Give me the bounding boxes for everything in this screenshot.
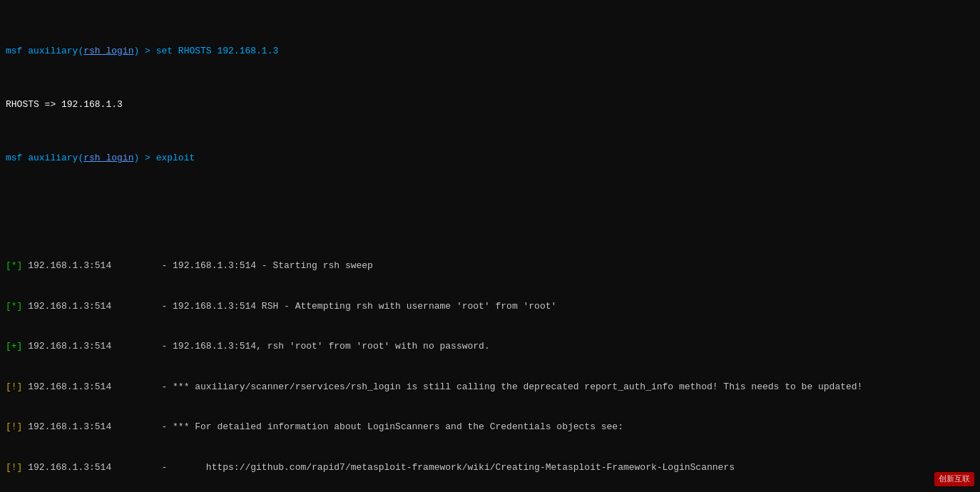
terminal-line: [!] 192.168.1.3:514 - *** auxiliary/scan… bbox=[6, 381, 974, 394]
watermark: 创新互联 bbox=[934, 472, 974, 486]
terminal-line: msf auxiliary(rsh_login) > exploit bbox=[6, 152, 974, 165]
terminal-line: msf auxiliary(rsh_login) > set RHOSTS 19… bbox=[6, 45, 974, 58]
terminal-line: RHOSTS => 192.168.1.3 bbox=[6, 98, 974, 112]
terminal-line bbox=[6, 206, 974, 220]
terminal-line: [!] 192.168.1.3:514 - https://github.com… bbox=[6, 461, 974, 475]
terminal-line: [*] 192.168.1.3:514 - 192.168.1.3:514 RS… bbox=[6, 300, 974, 314]
watermark-text: 创新互联 bbox=[939, 474, 970, 483]
terminal-line: [*] 192.168.1.3:514 - 192.168.1.3:514 - … bbox=[6, 260, 974, 273]
terminal-line: [+] 192.168.1.3:514 - 192.168.1.3:514, r… bbox=[6, 340, 974, 354]
terminal-line: [!] 192.168.1.3:514 - *** For detailed i… bbox=[6, 421, 974, 434]
terminal-output: msf auxiliary(rsh_login) > set RHOSTS 19… bbox=[0, 0, 980, 492]
